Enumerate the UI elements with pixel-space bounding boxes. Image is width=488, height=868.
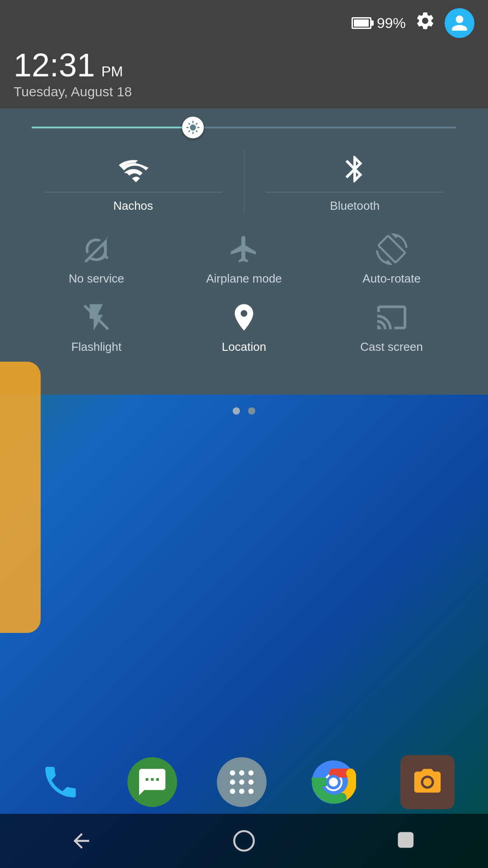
cast-screen-label: Cast screen — [360, 340, 423, 354]
home-button[interactable] — [226, 823, 262, 859]
page-dot-2 — [248, 407, 255, 415]
wifi-label: Nachos — [113, 199, 153, 213]
brightness-filled — [32, 127, 193, 128]
wifi-toggle[interactable]: Nachos — [23, 151, 244, 213]
svg-point-1 — [230, 770, 235, 776]
bluetooth-icon-wrap — [332, 151, 377, 187]
svg-point-6 — [249, 779, 254, 785]
back-button[interactable] — [63, 823, 99, 859]
toggle-row-2: No service Airplane mode Auto-rotate — [23, 231, 465, 286]
app-dock — [0, 755, 488, 809]
svg-point-2 — [239, 770, 244, 776]
airplane-mode-label: Airplane mode — [206, 272, 282, 286]
time-display: 12:31 PM — [14, 49, 474, 81]
wallpaper-shape — [0, 362, 41, 633]
toggle-row-3: Flashlight Location Cast screen — [23, 299, 465, 354]
time-ampm: PM — [101, 63, 123, 80]
dock-apps-icon[interactable] — [217, 757, 267, 807]
flashlight-icon-wrap — [74, 299, 119, 335]
airplane-mode-toggle[interactable]: Airplane mode — [170, 231, 318, 286]
brightness-slider[interactable] — [32, 127, 456, 128]
dock-phone-icon[interactable] — [33, 755, 88, 809]
auto-rotate-label: Auto-rotate — [362, 272, 421, 286]
dock-chrome-icon[interactable] — [306, 755, 361, 809]
settings-icon[interactable] — [415, 10, 436, 36]
bluetooth-divider — [266, 192, 443, 193]
page-dots — [0, 395, 488, 427]
cast-icon-wrap — [369, 299, 414, 335]
location-toggle[interactable]: Location — [170, 299, 318, 354]
brightness-row — [23, 127, 465, 128]
svg-point-3 — [249, 770, 254, 776]
battery-icon — [352, 17, 371, 29]
svg-point-5 — [239, 779, 244, 785]
dock-hangouts-icon[interactable] — [127, 757, 177, 807]
quick-settings-panel: Nachos Bluetooth No service — [0, 108, 488, 395]
page-dot-1 — [233, 407, 240, 415]
svg-point-13 — [329, 778, 338, 787]
recents-button[interactable] — [389, 823, 425, 859]
svg-point-4 — [230, 779, 235, 785]
battery-percentage: 99% — [377, 15, 406, 32]
svg-point-8 — [239, 789, 244, 794]
dock-camera-icon[interactable] — [400, 755, 455, 809]
bluetooth-toggle[interactable]: Bluetooth — [244, 151, 466, 213]
svg-rect-15 — [399, 833, 413, 847]
location-icon-wrap — [221, 299, 267, 335]
svg-point-9 — [249, 789, 254, 794]
time-value: 12:31 — [14, 49, 95, 81]
flashlight-label: Flashlight — [71, 340, 122, 354]
wifi-icon-wrap — [111, 151, 156, 187]
bluetooth-label: Bluetooth — [330, 199, 380, 213]
status-bar: 99% 12:31 PM Tuesday, August 18 — [0, 0, 488, 108]
location-label: Location — [222, 340, 266, 354]
navigation-bar — [0, 814, 488, 868]
flashlight-toggle[interactable]: Flashlight — [23, 299, 170, 354]
no-service-toggle[interactable]: No service — [23, 231, 170, 286]
battery-area: 99% — [352, 15, 406, 32]
auto-rotate-icon-wrap — [369, 231, 414, 267]
svg-point-14 — [234, 831, 253, 850]
wifi-divider — [45, 192, 222, 193]
auto-rotate-toggle[interactable]: Auto-rotate — [318, 231, 465, 286]
cast-screen-toggle[interactable]: Cast screen — [318, 299, 465, 354]
status-bar-top: 99% — [14, 8, 474, 38]
toggle-row-1: Nachos Bluetooth — [23, 151, 465, 213]
no-service-label: No service — [69, 272, 124, 286]
airplane-icon-wrap — [221, 231, 267, 267]
no-service-icon-wrap — [74, 231, 119, 267]
brightness-thumb[interactable] — [182, 117, 204, 138]
date-display: Tuesday, August 18 — [14, 84, 474, 99]
battery-fill — [354, 19, 369, 27]
user-avatar[interactable] — [445, 8, 474, 38]
svg-point-7 — [230, 789, 235, 794]
